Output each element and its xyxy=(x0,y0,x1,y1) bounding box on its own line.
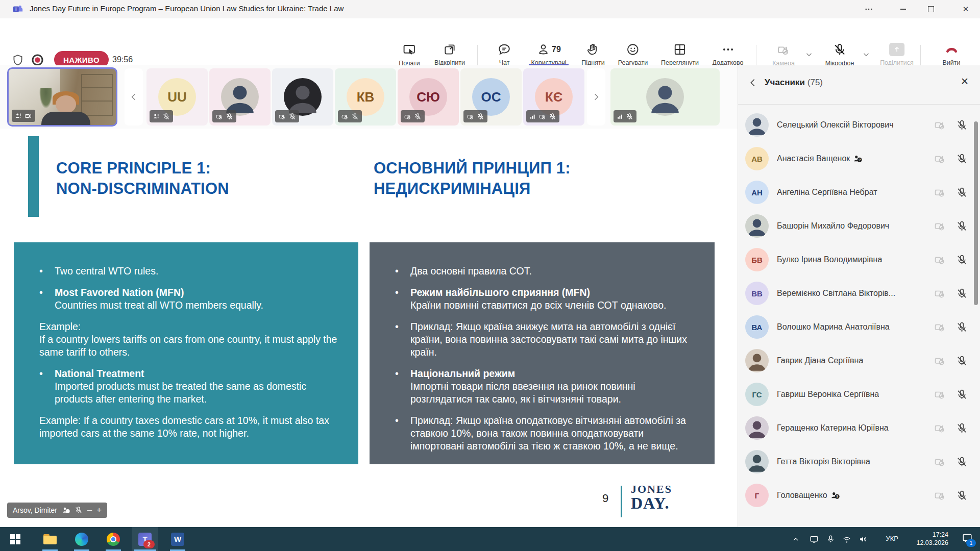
participant-row[interactable]: Геращенко Катерина Юріївна xyxy=(738,411,973,445)
person-alert-icon xyxy=(15,112,22,119)
participant-row[interactable]: Гаврик Діана Сергіївна xyxy=(738,344,973,378)
participant-tile[interactable] xyxy=(209,68,271,126)
participant-row[interactable]: АН Ангеліна Сергіївна Небрат xyxy=(738,176,973,209)
maximize-button[interactable] xyxy=(919,0,943,18)
filmstrip-scroll-left-button[interactable] xyxy=(125,68,143,126)
tile-status-badge xyxy=(212,110,236,122)
camera-button[interactable]: Камера xyxy=(772,43,795,67)
participant-tile[interactable]: ОС xyxy=(460,68,522,126)
zoom-in-button[interactable]: + xyxy=(96,505,102,515)
camera-chevron-icon[interactable] xyxy=(804,50,814,59)
more-icon xyxy=(864,5,873,14)
mic-icon xyxy=(826,535,835,543)
edge-button[interactable] xyxy=(68,527,95,551)
mic-off-icon xyxy=(956,389,968,400)
panel-scrollbar[interactable] xyxy=(974,121,978,305)
leave-button[interactable]: Вийти xyxy=(942,43,960,66)
title-bar: Jones Day Future in Europe Program – Eur… xyxy=(0,0,980,19)
participant-row[interactable]: Г Головащенко xyxy=(738,479,973,512)
camera-off-icon xyxy=(278,113,286,120)
tray-chevron-up[interactable] xyxy=(787,527,804,551)
person-question-icon xyxy=(853,154,862,163)
tray-language[interactable]: УКР xyxy=(886,535,898,542)
minimize-button[interactable] xyxy=(891,0,915,18)
view-button[interactable]: Переглянути xyxy=(661,43,699,66)
camera-off-icon xyxy=(934,422,946,434)
close-button[interactable]: ✕ xyxy=(954,0,977,18)
participant-tile[interactable]: КВ xyxy=(335,68,396,126)
tray-volume[interactable] xyxy=(855,527,871,551)
panel-header: Учасники (75) ✕ xyxy=(738,65,980,102)
mic-off-icon xyxy=(956,321,968,333)
avatar-initials: ГС xyxy=(745,383,769,406)
mic-off-icon xyxy=(626,113,633,120)
more-options-button[interactable]: Додатково xyxy=(713,43,744,66)
tile-status-badge xyxy=(401,110,425,122)
participant-row[interactable]: ВВ Веремієнко Світлана Вікторів... xyxy=(738,277,973,310)
tile-status-badge xyxy=(463,110,487,122)
camera-off-icon xyxy=(934,220,946,232)
participant-row[interactable]: ГС Гавриш Вероніка Сергіївна xyxy=(738,378,973,411)
popout-button[interactable]: Відкріпити xyxy=(434,43,465,66)
start-button[interactable] xyxy=(2,527,29,551)
raise-hand-icon xyxy=(586,43,600,56)
participant-row[interactable]: АВ Анастасія Ващенок xyxy=(738,142,973,176)
camera-off-icon xyxy=(934,119,946,131)
bars-icon xyxy=(529,113,536,120)
file-explorer-button[interactable] xyxy=(37,527,63,551)
chrome-button[interactable] xyxy=(100,527,127,551)
avatar-initials: БВ xyxy=(745,248,769,271)
avatar-initials: АН xyxy=(745,181,769,204)
participant-tile[interactable]: КЄ xyxy=(523,68,584,126)
mic-off-icon xyxy=(956,254,968,266)
participant-row[interactable]: Селецький Олексій Вікторович xyxy=(738,108,973,142)
camera-off-icon xyxy=(341,113,349,120)
mic-button[interactable]: Мікрофон xyxy=(825,43,854,67)
tile-status-badge xyxy=(614,110,636,122)
avatar-initials: АВ xyxy=(745,147,769,170)
logo-divider xyxy=(621,486,622,517)
filmstrip-scroll-right-button[interactable] xyxy=(587,68,605,126)
participant-row[interactable]: Башорін Михайло Федорович xyxy=(738,209,973,243)
chat-button[interactable]: Чат xyxy=(498,43,511,66)
tray-clock[interactable]: 17:24 12.03.2026 xyxy=(916,531,948,547)
participant-tile[interactable] xyxy=(610,68,720,126)
react-button[interactable]: Реагувати xyxy=(618,43,648,66)
tray-network[interactable] xyxy=(839,527,854,551)
teams-button[interactable]: T 2 xyxy=(132,527,158,551)
mic-off-icon xyxy=(477,113,484,120)
participant-row[interactable]: ВА Волошко Марина Анатоліївна xyxy=(738,310,973,344)
participant-row[interactable]: БВ Булко Ірина Володимирівна xyxy=(738,243,973,277)
window-more-button[interactable] xyxy=(857,0,880,18)
avatar-photo xyxy=(745,450,769,473)
mic-chevron-icon[interactable] xyxy=(862,50,871,59)
camera-off-icon xyxy=(934,456,946,468)
share-screen-button[interactable]: Почати xyxy=(399,43,420,67)
mic-off-icon xyxy=(288,113,296,120)
participant-tile[interactable]: СЮ xyxy=(398,68,459,126)
tile-status-badge xyxy=(12,110,35,122)
mic-off-icon xyxy=(956,187,968,198)
grid-view-icon xyxy=(673,43,687,56)
mic-off-icon xyxy=(832,43,846,57)
tray-mic[interactable] xyxy=(823,527,838,551)
active-speaker-video-tile[interactable] xyxy=(7,67,117,127)
camera-off-icon xyxy=(467,113,474,120)
slide-accent-bar xyxy=(28,136,39,217)
person-alert-icon xyxy=(153,113,160,120)
close-panel-button[interactable]: ✕ xyxy=(961,76,969,87)
participant-tile[interactable]: UU xyxy=(146,68,208,126)
camera-off-icon xyxy=(934,489,946,502)
share-button[interactable]: Поділитися xyxy=(880,43,914,66)
word-button[interactable]: W xyxy=(164,527,191,551)
meeting-timer: 39:56 xyxy=(112,55,133,64)
tray-display[interactable] xyxy=(806,527,822,551)
raise-hand-button[interactable]: Підняти xyxy=(581,43,604,66)
zoom-out-button[interactable]: – xyxy=(87,505,92,515)
participants-button[interactable]: 79 Користувачі xyxy=(531,43,566,66)
camera-off-icon xyxy=(215,113,223,120)
participant-row[interactable]: Гетта Вікторія Вікторівна xyxy=(738,445,973,479)
bars-icon xyxy=(617,113,623,120)
back-chevron-icon[interactable] xyxy=(747,77,758,88)
participant-tile[interactable] xyxy=(272,68,333,126)
